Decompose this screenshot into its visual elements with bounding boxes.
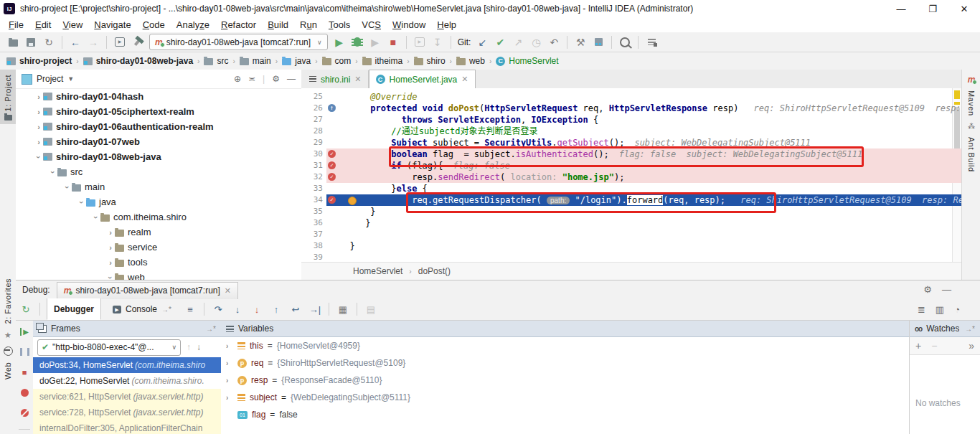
code-line-32[interactable]: 32✓ resp.sendRedirect( location: "home.j… (301, 171, 961, 183)
menu-edit[interactable]: Edit (29, 19, 57, 31)
chevron-collapsed-icon[interactable]: › (226, 377, 233, 385)
tree-item-realm[interactable]: ›realm (16, 225, 301, 240)
close-button[interactable]: ✕ (948, 0, 980, 17)
code-line-27[interactable]: 27 throws ServletException, IOException … (301, 114, 961, 126)
breadcrumb-class[interactable]: HomeServlet (353, 266, 402, 276)
tree-item-shiro-day01-05ciphertext-realm[interactable]: ›shiro-day01-05ciphertext-realm (16, 104, 301, 119)
run-tool-window-icon[interactable]: ▶ (113, 35, 126, 49)
code-line-38[interactable]: 38 } (301, 240, 961, 252)
menu-code[interactable]: Code (137, 19, 171, 31)
gutter[interactable] (326, 91, 339, 103)
menu-analyze[interactable]: Analyze (171, 19, 215, 31)
restore-button[interactable]: ❐ (917, 0, 948, 17)
history-clock-icon[interactable]: ◷ (529, 35, 542, 49)
code-line-33[interactable]: 33 }else { (301, 183, 961, 194)
menu-build[interactable]: Build (262, 19, 294, 31)
force-step-into-icon[interactable]: ↓ (250, 304, 264, 315)
forward-icon[interactable]: → (87, 35, 100, 49)
rollback-icon[interactable]: ↶ (547, 35, 560, 49)
gutter[interactable] (326, 137, 339, 148)
variable-resp[interactable]: ›presp={ResponseFacade@5110} (221, 372, 909, 389)
mute-breakpoints-icon[interactable] (21, 409, 29, 417)
gutter[interactable] (326, 252, 339, 263)
settings-view-icon[interactable]: ▤ (364, 304, 378, 315)
gutter[interactable] (326, 206, 339, 217)
breadcrumb-item-shiro[interactable]: shiro (414, 56, 446, 66)
chevron-collapsed-icon[interactable]: › (106, 228, 115, 237)
resume-program-icon[interactable]: ▶ (20, 328, 29, 336)
evaluate-expression-icon[interactable]: ▦ (336, 304, 350, 315)
chevron-expanded-icon[interactable]: › (63, 183, 72, 192)
menu-vcs[interactable]: VCS (356, 19, 387, 31)
frame-row-0[interactable]: doPost:34, HomeServlet(com.itheima.shiro (33, 357, 221, 373)
chevron-collapsed-icon[interactable]: › (34, 93, 43, 101)
variable-flag[interactable]: 01flag=false (221, 406, 909, 423)
menu-file[interactable]: File (3, 19, 29, 31)
deploy-icon[interactable]: ↧ (431, 35, 444, 49)
gutter[interactable] (326, 229, 339, 240)
code-line-37[interactable]: 37 (301, 229, 961, 240)
variable-this[interactable]: ›this={HomeServlet@4959} (221, 337, 909, 354)
breakpoint-icon[interactable]: ✓ (328, 161, 336, 169)
tool-window-button-ant-build[interactable]: Ant Build (967, 137, 976, 172)
code-line-31[interactable]: 31✓ if (flag){flag: false (301, 160, 961, 171)
gutter[interactable] (326, 217, 339, 229)
menu-view[interactable]: View (57, 19, 88, 31)
gutter[interactable] (326, 183, 339, 194)
frame-down-icon[interactable]: ↓ (197, 342, 201, 352)
gear-icon[interactable]: ⚙ (272, 74, 280, 84)
code-line-26[interactable]: 26↑ protected void doPost(HttpServletReq… (301, 103, 961, 114)
menu-tools[interactable]: Tools (323, 19, 356, 31)
debug-button[interactable] (351, 35, 364, 49)
step-into-icon[interactable]: ↓ (230, 304, 245, 315)
code-line-39[interactable]: 39 (301, 252, 961, 263)
collapse-all-icon[interactable]: ≍ (248, 74, 255, 84)
run-to-cursor-icon[interactable]: →| (308, 304, 322, 315)
run-button[interactable]: ▶ (333, 35, 346, 49)
hide-panel-icon[interactable]: — (942, 284, 951, 295)
update-application-icon[interactable]: ▶ (413, 35, 426, 49)
gutter[interactable] (326, 126, 339, 137)
run-configuration-select[interactable]: m shiro-day01-08web-java [tomcat7:run] ∨ (149, 34, 328, 50)
synchronize-icon[interactable]: ↻ (42, 35, 55, 49)
breadcrumb-item-main[interactable]: main (240, 56, 271, 66)
git-push-icon[interactable]: ↗ (512, 35, 524, 49)
code-line-29[interactable]: 29 Subject subject = SecurityUtils.getSu… (301, 137, 961, 148)
gutter[interactable] (326, 240, 339, 252)
chevron-collapsed-icon[interactable]: › (106, 258, 115, 267)
debug-session-tab[interactable]: m shiro-day01-08web-java [tomcat7:run] ✕ (57, 282, 238, 299)
breadcrumb-method[interactable]: doPost() (418, 266, 451, 276)
frame-row-1[interactable]: doGet:22, HomeServlet(com.itheima.shiro. (33, 373, 221, 389)
code-line-30[interactable]: 30✓ boolean flag = subject.isAuthenticat… (301, 148, 961, 160)
minimize-button[interactable]: — (885, 0, 917, 17)
chevron-expanded-icon[interactable]: › (49, 168, 57, 176)
chevron-expanded-icon[interactable]: › (77, 198, 86, 207)
coverage-run-icon[interactable]: ▶ (369, 35, 382, 49)
stop-button[interactable]: ■ (387, 35, 400, 49)
variable-req[interactable]: ›preq={ShiroHttpServletRequest@5109} (221, 354, 909, 372)
menu-navigate[interactable]: Navigate (88, 19, 136, 31)
step-over-icon[interactable]: ↷ (211, 304, 225, 315)
memory-indicator-icon[interactable]: ◔ (954, 304, 960, 315)
chevron-collapsed-icon[interactable]: › (34, 108, 43, 116)
project-structure-icon[interactable] (592, 35, 605, 49)
tree-item-shiro-day01-08web-java[interactable]: ›shiro-day01-08web-java (16, 149, 301, 164)
breadcrumb-item-java[interactable]: java (282, 56, 311, 66)
gutter[interactable]: ✓ (326, 160, 339, 171)
code-line-35[interactable]: 35 } (301, 206, 961, 217)
rerun-debug-icon[interactable]: ↻ (19, 304, 33, 315)
gutter[interactable]: ✓ (326, 171, 339, 183)
gutter[interactable]: ↑ (326, 103, 339, 114)
code-line-34[interactable]: 34✓ req.getRequestDispatcher( path: "/lo… (301, 194, 961, 206)
chevron-collapsed-icon[interactable]: › (226, 394, 233, 402)
pause-program-icon[interactable] (20, 348, 29, 356)
menu-help[interactable]: Help (431, 19, 462, 31)
breakpoint-icon[interactable]: ✓ (328, 150, 336, 158)
frame-row-2[interactable]: service:621, HttpServlet(javax.servlet.h… (33, 389, 221, 405)
close-icon[interactable]: ✕ (354, 75, 361, 84)
add-watch-button[interactable]: + (915, 340, 921, 352)
frame-up-icon[interactable]: ↑ (187, 342, 191, 352)
variable-subject[interactable]: ›subject={WebDelegatingSubject@5111} (221, 389, 909, 406)
tree-item-tools[interactable]: ›tools (16, 255, 301, 270)
tree-item-java[interactable]: ›java (16, 194, 301, 209)
